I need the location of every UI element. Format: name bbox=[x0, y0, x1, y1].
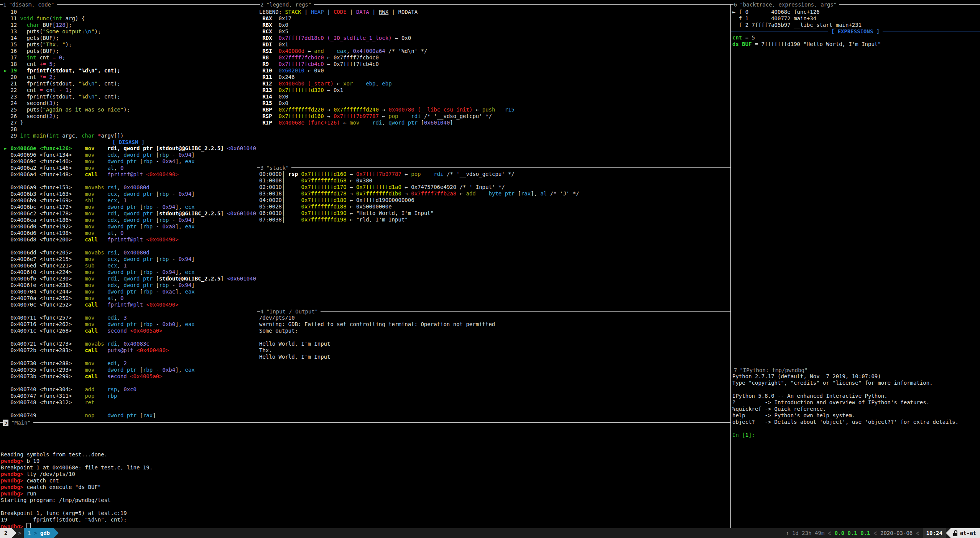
hostname-badge: at-at bbox=[951, 528, 980, 538]
terminal-line: 28 bbox=[1, 126, 256, 133]
terminal-line: /dev/pts/10 bbox=[259, 315, 730, 321]
terminal-line bbox=[1, 380, 256, 386]
terminal-line: f 2 7ffff7a05b97 __libc_start_main+231 bbox=[732, 22, 979, 28]
terminal-line: 21 fprintf(stdout, "%d\n", cnt); bbox=[1, 80, 256, 87]
terminal-line: 0x40070a <func+250> mov al, 0 bbox=[1, 295, 256, 302]
terminal-line: 0x40070c <func+252> call fprintf@plt <0x… bbox=[1, 302, 256, 308]
terminal-line: 23 fprintf(stdout, "%d\n", cnt); bbox=[1, 93, 256, 100]
window-tab-gdb[interactable]: 1 > gdb bbox=[24, 528, 54, 538]
terminal-line: 0x40073b <func+299> call second <0x4005a… bbox=[1, 373, 256, 380]
terminal-line: 00:0000│ rsp 0x7fffffffd160 → 0x7ffff7b9… bbox=[259, 171, 730, 177]
terminal-line: R13 0x7fffffffd320 ← 0x1 bbox=[259, 87, 730, 93]
pane-border-vertical-right[interactable] bbox=[730, 4, 731, 528]
pane-number: 4 bbox=[260, 308, 263, 315]
terminal-line: Starting program: /tmp/pwndbg/test bbox=[1, 497, 729, 504]
text-cursor bbox=[26, 523, 31, 528]
terminal-line: pwndbg> run bbox=[1, 490, 729, 497]
terminal-line: 0x4006b9 <func+169> shl ecx, 1 bbox=[1, 197, 256, 204]
pane-title-text: "IPython: tmp/pwndbg" bbox=[740, 367, 807, 373]
terminal-line: pwndbg> bbox=[1, 523, 729, 528]
backtrace-frames[interactable]: ► f 0 40068e func+126 f 1 400772 main+34… bbox=[732, 9, 979, 28]
date-display: 2020-03-06 bbox=[880, 530, 913, 536]
terminal-line bbox=[732, 386, 979, 393]
terminal-line: RAX 0x17 bbox=[259, 15, 730, 22]
terminal-line: 0x4006d6 <func+198> mov al, 0 bbox=[1, 230, 256, 236]
terminal-line: 13 puts("Some output:\n"); bbox=[1, 28, 256, 35]
terminal-line: 0x400749 nop dword ptr [rax] bbox=[1, 412, 256, 419]
terminal-line: 11 void func(int arg) { bbox=[1, 15, 256, 22]
expressions-view[interactable]: cnt = 5ds BUF = 7fffffffd190 "Hello Worl… bbox=[732, 34, 979, 48]
pane-title-text: "disasm, code" bbox=[9, 2, 54, 8]
terminal-line: 12 char BUF[128]; bbox=[1, 22, 256, 28]
terminal-line: 0x4006f6 <func+230> mov rdi, qword ptr [… bbox=[1, 276, 256, 282]
terminal-line: pwndbg> tty /dev/pts/10 bbox=[1, 471, 729, 477]
terminal-line: pwndbg> cwatch cnt bbox=[1, 477, 729, 484]
terminal-line: 0x4006a2 <func+146> mov al, 0 bbox=[1, 165, 256, 171]
pane-border-vertical-left[interactable] bbox=[257, 4, 257, 423]
terminal-line: Some output: bbox=[259, 328, 730, 334]
terminal-line: R10 0x602010 ← 0x0 bbox=[259, 67, 730, 74]
uptime-icon: ↑ bbox=[786, 530, 789, 536]
terminal-line: 0x4006e7 <func+215> mov ecx, dword ptr [… bbox=[1, 256, 256, 262]
terminal-line: 0x4006bc <func+172> mov dword ptr [rbp -… bbox=[1, 204, 256, 210]
tmux-terminal: 1"disasm, code" 2"legend, regs" 6"backtr… bbox=[0, 0, 980, 538]
terminal-line: Hello World, I'm Input bbox=[259, 341, 730, 347]
terminal-line: RBX 0x0 bbox=[259, 22, 730, 28]
pane-title-backtrace: 6"backtrace, expressions, args" bbox=[731, 1, 980, 8]
terminal-line: pwndbg> cwatch execute "ds BUF" bbox=[1, 484, 729, 490]
terminal-line: RSP 0x7fffffffd160 → 0x7ffff7b97787 ← po… bbox=[259, 113, 730, 120]
clock-display: 10:24 bbox=[923, 528, 946, 538]
registers-view[interactable]: LEGEND: STACK | HEAP | CODE | DATA | RWX… bbox=[259, 9, 730, 126]
terminal-line: 0x400747 <func+311> pop rbp bbox=[1, 393, 256, 399]
pane-title-text: "backtrace, expressions, args" bbox=[740, 2, 837, 8]
terminal-line: Breakpoint 1, func (arg=5) at test.c:19 bbox=[1, 510, 729, 517]
segment-separator: > bbox=[18, 530, 21, 536]
terminal-line: R15 0x0 bbox=[259, 100, 730, 107]
terminal-line bbox=[259, 334, 730, 341]
terminal-line: 03:0018│ 0x7fffffffd178 → 0x7fffffffd1b0… bbox=[259, 190, 730, 197]
terminal-line: 26 second(2); bbox=[1, 113, 256, 120]
terminal-line: 01:0008│ 0x7fffffffd168 ← 0x380 bbox=[259, 177, 730, 184]
session-badge[interactable]: 2 bbox=[0, 528, 12, 538]
powerline-arrow-left bbox=[946, 528, 951, 538]
terminal-line: ► f 0 40068e func+126 bbox=[732, 9, 979, 15]
disassembly-view[interactable]: ► 0x40068e <func+126> mov rdi, qword ptr… bbox=[1, 145, 256, 419]
source-code-view[interactable]: 10 11 void func(int arg) { 12 char BUF[1… bbox=[1, 9, 256, 139]
terminal-line: 10 bbox=[1, 9, 256, 15]
terminal-line: 04:0020│ 0x7fffffffd180 ← 0xffffd1900000… bbox=[259, 197, 730, 203]
terminal-line: RIP 0x40068e (func+126) ← mov rdi, qword… bbox=[259, 120, 730, 126]
stack-view[interactable]: 00:0000│ rsp 0x7fffffffd160 → 0x7ffff7b9… bbox=[259, 171, 730, 223]
terminal-line bbox=[1, 308, 256, 315]
terminal-line: R14 0x0 bbox=[259, 93, 730, 100]
pane-number: 6 bbox=[734, 2, 737, 8]
terminal-line: 0x400704 <func+244> mov dword ptr [rbp -… bbox=[1, 289, 256, 295]
pane-number: 3 bbox=[260, 165, 263, 171]
terminal-line: ► 0x40068e <func+126> mov rdi, qword ptr… bbox=[1, 145, 256, 152]
terminal-line: 0x400696 <func+134> mov edx, dword ptr [… bbox=[1, 152, 256, 158]
ipython-console[interactable]: Python 2.7.17 (default, Nov 7 2019, 10:0… bbox=[732, 373, 979, 438]
program-io-view[interactable]: /dev/pts/10warning: GDB: Failed to set c… bbox=[259, 315, 730, 360]
gdb-console[interactable]: Reading symbols from test...done.pwndbg>… bbox=[1, 451, 729, 528]
load-average: 0.0 0.1 0.1 bbox=[835, 530, 870, 536]
terminal-line: Hello World, I'm Input bbox=[259, 354, 730, 360]
pane-number: 1 bbox=[3, 2, 6, 8]
terminal-line: 0x400748 <func+312> ret bbox=[1, 399, 256, 406]
terminal-line: f 1 400772 main+34 bbox=[732, 15, 979, 22]
terminal-line: 0x4006c2 <func+178> mov rdi, qword ptr [… bbox=[1, 210, 256, 217]
terminal-line: 0x400735 <func+293> mov dword ptr [rbp -… bbox=[1, 367, 256, 373]
tmux-status-bar: 2 > 1 > gdb ↑ 1d 23h 49m < 0.0 0.1 0.1 <… bbox=[0, 528, 980, 538]
pane-title-text: "stack" bbox=[266, 165, 289, 171]
hostname: at-at bbox=[960, 530, 976, 536]
pane-title-text: "Main" bbox=[11, 420, 31, 426]
status-separator: < bbox=[916, 529, 919, 537]
pane-number: 7 bbox=[734, 367, 737, 373]
terminal-line: %quickref -> Quick reference. bbox=[732, 406, 979, 412]
terminal-line: 0x400740 <func+304> add rsp, 0xc0 bbox=[1, 386, 256, 393]
pane-title-legend-regs: 2"legend, regs" bbox=[257, 1, 730, 8]
terminal-line: help -> Python's own help system. bbox=[732, 412, 979, 419]
terminal-line: 27 } bbox=[1, 120, 256, 126]
window-name: gdb bbox=[40, 530, 50, 536]
terminal-line: Type "copyright", "credits" or "license"… bbox=[732, 380, 979, 386]
terminal-line: RSI 0x40080d ← and eax, 0x4f000a64 /* '%… bbox=[259, 48, 730, 54]
status-separator: < bbox=[874, 529, 877, 537]
